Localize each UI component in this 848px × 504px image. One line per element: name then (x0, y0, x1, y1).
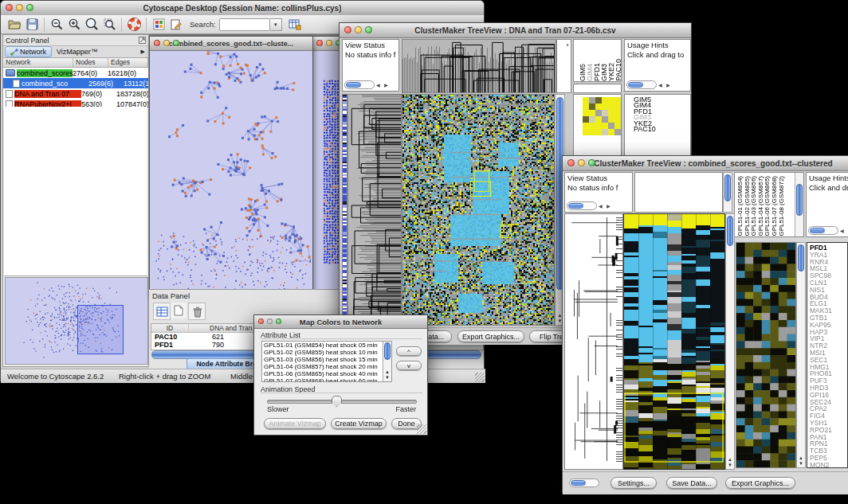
attribute-item[interactable]: GPL51-04 (GSM857) heat shock 20 min (262, 363, 391, 370)
tv2-row-dendrogram-pane (564, 213, 623, 470)
tab-overflow-arrow[interactable]: ▶ (141, 49, 148, 55)
speed-slider-thumb[interactable] (332, 396, 342, 407)
column-label[interactable]: GPL51-08 (GSM872) (779, 176, 786, 236)
gene-heatmap-canvas[interactable] (736, 243, 795, 467)
column-dendrogram-canvas[interactable] (402, 40, 556, 92)
attribute-item[interactable]: GPL51-02 (GSM855) heat shock 10 min (262, 349, 391, 356)
list-vscrollbar[interactable]: ▲▼ (383, 342, 391, 381)
pane-arrow-icon[interactable]: ▸ (567, 41, 569, 47)
tab-vizmapper[interactable]: VizMapper™ (52, 47, 103, 57)
vizmapper-button[interactable] (151, 17, 167, 33)
attribute-item[interactable]: GPL51-07 (GSM868) heat shock 60 min (262, 377, 391, 382)
zoom-icon[interactable] (588, 159, 595, 166)
table-mode-button[interactable] (153, 303, 171, 320)
attribute-item[interactable]: GPL51-06 (GSM865) heat shock 40 min (262, 370, 391, 377)
tv2-heatmap-vscrollbar[interactable]: ▲▼ (725, 213, 735, 470)
col-nodes[interactable]: Nodes (73, 58, 108, 67)
move-down-button[interactable]: v (396, 361, 422, 370)
heatmap-canvas[interactable] (624, 214, 724, 469)
close-icon[interactable] (567, 159, 575, 166)
similarity-matrix-canvas[interactable] (582, 97, 622, 135)
tab-network[interactable]: Network (5, 46, 52, 57)
zoom-icon[interactable] (173, 40, 179, 46)
network-list-row[interactable]: combined_scores 2764(0) 16218(0) (3, 68, 148, 78)
tv1-labels-footer-pane (573, 84, 622, 93)
zoom-icon[interactable] (276, 318, 281, 324)
main-titlebar[interactable]: Cytoscape Desktop (Session Name: collins… (1, 1, 484, 16)
export-graphics-button[interactable]: Export Graphics... (725, 477, 795, 489)
zoom-fit-button[interactable] (84, 17, 100, 33)
tv2-genes-vscrollbar[interactable]: ▲▼ (796, 242, 806, 468)
toolbar-separator (146, 18, 147, 32)
save-session-button[interactable] (24, 17, 40, 33)
network-list-row[interactable]: combined_sco 2569(6) 13112(15) (3, 78, 148, 88)
float-panel-icon[interactable] (139, 37, 146, 44)
close-icon[interactable] (6, 4, 13, 11)
group-divider (261, 338, 422, 339)
delete-attribute-button[interactable] (188, 303, 206, 320)
toolbar-separator (121, 18, 122, 32)
view-status-title: View Status (565, 173, 632, 183)
zoom-in-icon (68, 18, 81, 31)
dialog-titlebar[interactable]: Map Colors to Network (254, 315, 427, 329)
network-view-canvas[interactable] (150, 51, 311, 294)
minimize-icon[interactable] (578, 159, 585, 166)
network-list-row[interactable]: DNA and Tran 07 769(0) 183728(0) (3, 88, 148, 99)
attribute-table-icon (156, 307, 168, 317)
zoom-in-button[interactable] (66, 17, 82, 33)
pane-hscrollbar[interactable]: ◀ ▶ (344, 80, 390, 89)
gene-label[interactable]: MON2 (810, 462, 847, 468)
minimize-icon[interactable] (163, 40, 170, 46)
zoom-icon[interactable] (365, 26, 372, 33)
pane-hscrollbar[interactable]: ◀ ▶ (808, 226, 848, 235)
tv1-global-strip-canvas[interactable] (342, 94, 347, 327)
open-session-button[interactable] (6, 17, 22, 33)
new-attribute-button[interactable] (171, 303, 186, 318)
move-up-button[interactable]: ^ (396, 346, 422, 356)
search-input[interactable] (219, 18, 270, 31)
col-id[interactable]: ID (151, 324, 189, 332)
attribute-item[interactable]: GPL51-03 (GSM856) heat shock 15 min (262, 356, 391, 363)
row-dendrogram-canvas[interactable] (348, 95, 401, 325)
col-edges[interactable]: Edges (108, 58, 148, 67)
slower-label: Slower (267, 405, 289, 413)
annotation-button[interactable] (168, 17, 184, 33)
close-icon[interactable] (344, 26, 351, 33)
heatmap-canvas[interactable] (402, 95, 554, 325)
zoom-out-button[interactable] (49, 17, 65, 33)
treeview1-titlebar[interactable]: ClusterMaker TreeView : DNA and Tran 07-… (340, 23, 691, 38)
speed-slider-track[interactable] (267, 400, 417, 404)
close-icon[interactable] (316, 40, 323, 46)
zoom-selected-button[interactable] (101, 17, 117, 33)
row-dendrogram-canvas[interactable] (565, 214, 622, 469)
network-overview-canvas[interactable] (6, 278, 146, 362)
attribute-item[interactable]: GPL51-01 (GSM854) heat shock 05 min (262, 342, 391, 349)
search-dropdown-button[interactable]: ▼ (270, 18, 282, 31)
close-icon[interactable] (258, 318, 264, 324)
tv2-column-labels: GPL51-01 (GSM854)GPL51-02 (GSM855)GPL51-… (735, 173, 794, 236)
treeview2-titlebar[interactable]: ClusterMaker TreeView : combined_scores_… (563, 156, 848, 171)
export-graphics-button[interactable]: Export Graphics... (457, 330, 524, 342)
close-icon[interactable] (154, 40, 160, 46)
zoom-icon[interactable] (26, 4, 33, 11)
pane-hscrollbar[interactable]: ◀ ▶ (567, 201, 612, 210)
help-button[interactable] (126, 17, 142, 33)
resize-grip[interactable] (475, 373, 485, 382)
bottom-scrollbar[interactable] (569, 479, 599, 487)
gene-label[interactable]: PAC10 (634, 127, 690, 132)
labels-vscrollbar[interactable] (795, 173, 803, 236)
col-network[interactable]: Network (3, 58, 73, 67)
create-vizmap-button[interactable]: Create Vizmap (331, 418, 387, 429)
save-data-button[interactable]: Save Data... (666, 477, 717, 489)
attribute-browser-button[interactable] (287, 17, 303, 33)
tv2-top-vscrollbar[interactable] (723, 172, 732, 213)
minimize-icon[interactable] (326, 40, 332, 46)
resize-grip[interactable] (417, 424, 426, 434)
tv1-column-labels: GIM5GIM4PFD1GIM3YKE2PAC10 (574, 40, 621, 81)
minimize-icon[interactable] (355, 26, 362, 33)
pane-hscrollbar[interactable]: ◀ ▶ (626, 80, 672, 89)
zoom-selected-icon (103, 18, 116, 31)
settings-button[interactable]: Settings... (610, 477, 657, 489)
minimize-icon[interactable] (16, 4, 23, 11)
column-label[interactable]: PAC10 (615, 59, 622, 81)
